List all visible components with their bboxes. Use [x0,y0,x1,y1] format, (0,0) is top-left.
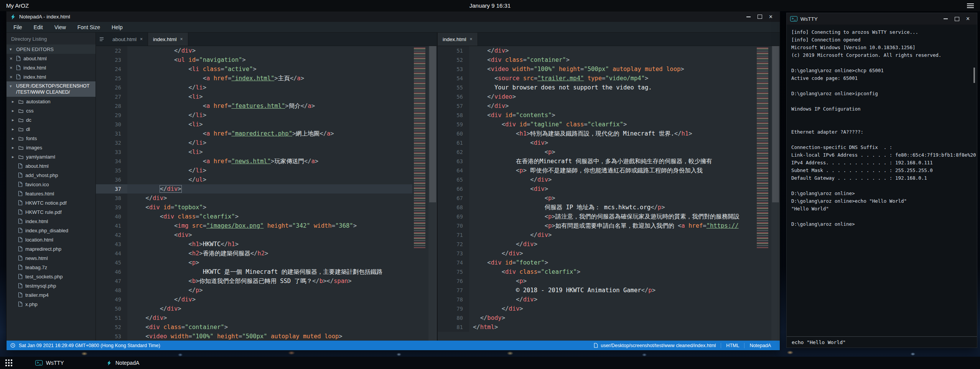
tree-file-item[interactable]: favicon.ico [7,180,96,189]
tree-file-item[interactable]: teabag.7z [7,263,96,272]
tree-folder-item[interactable]: ▸dl [7,124,96,134]
line-number: 65 [438,175,469,184]
close-icon[interactable]: × [10,74,13,80]
minimap[interactable] [412,46,428,341]
close-button[interactable]: × [962,14,973,24]
tree-file-item[interactable]: features.html [7,189,96,198]
terminal-line: Default Gateway . . . . . . . . . : 192.… [791,174,972,182]
code-line: 73 </div> [438,249,780,258]
code-line: 23 <ul id="navigation"> [96,55,437,65]
code-line: 37 </div> [96,184,437,194]
code-line: 66 <div> [438,184,780,194]
scrollbar[interactable] [428,46,437,341]
taskbar-item-notepada[interactable]: NotepadA [102,357,173,369]
terminal-input[interactable]: echo "Hello World" [787,336,977,347]
code-line: 42 <div> [96,230,437,240]
code-line: 63 在香港的Minecraft 伺服器中，多為小遊戲和純生存的伺服器，較少擁有 [438,157,780,166]
tree-file-item[interactable]: index.php_disabled [7,226,96,235]
menubar: File Edit View Font Size Help [7,22,780,33]
notepada-titlebar[interactable]: NotepadA - index.html × [7,12,780,22]
tree-file-item[interactable]: add_vhost.php [7,170,96,180]
tab-label: index.html [153,36,177,42]
close-icon[interactable]: × [180,36,183,42]
directory-sidebar: Directory Listing ▾ OPEN EDITORS ×about.… [7,33,96,341]
tree-file-item[interactable]: x.php [7,300,96,309]
close-button[interactable]: × [765,12,776,22]
open-editor-item[interactable]: ×index.html [7,63,96,72]
tree-folder-item[interactable]: ▸css [7,106,96,115]
code-editor-right[interactable]: 51 </div>52 <div class="container">53 <v… [438,46,780,341]
code-line: 50 </div> [96,304,437,313]
open-editor-item[interactable]: ×index.html [7,72,96,81]
tree-file-item[interactable]: about.html [7,161,96,170]
scrollbar[interactable] [771,46,780,341]
terminal-output[interactable]: [info] Conencting to arozos WsTTY servic… [787,25,977,336]
file-icon [18,191,23,196]
status-language-mode[interactable]: HTML [721,343,744,348]
file-icon [18,228,23,233]
tree-file-item[interactable]: testmysql.php [7,281,96,290]
menu-view[interactable]: View [54,24,66,30]
tree-file-item[interactable]: trailer.mp4 [7,290,96,300]
aroz-brand[interactable]: My ArOZ [6,2,29,9]
tree-file-item[interactable]: HKWTC rule.pdf [7,207,96,217]
terminal-line: [info] Conencting to arozos WsTTY servic… [791,28,972,36]
hamburger-menu-icon[interactable] [967,3,974,8]
tree-file-item[interactable]: news.html [7,253,96,263]
scrollbar-thumb[interactable] [429,46,436,202]
menu-font-size[interactable]: Font Size [77,24,100,30]
close-icon[interactable]: × [10,65,13,71]
line-number: 53 [438,65,469,74]
code-line: 27 <li> [96,92,437,101]
open-editors-header[interactable]: ▾ OPEN EDITORS [7,45,96,54]
line-number: 37 [96,184,127,194]
tree-folder-item[interactable]: ▸yamlyamlaml [7,152,96,161]
menu-file[interactable]: File [13,24,22,30]
line-number: 66 [438,184,469,194]
scrollbar-thumb[interactable] [973,68,975,83]
maximize-button[interactable] [754,12,765,22]
tree-folder-item[interactable]: ▸images [7,143,96,152]
line-number: 40 [96,212,127,221]
tab-about-html[interactable]: about.html × [107,33,148,46]
code-line: 22 </div> [96,46,437,55]
tree-file-item[interactable]: location.html [7,235,96,244]
tree-file-item[interactable]: mapredirect.php [7,244,96,253]
tree-folder-item[interactable]: ▸dc [7,115,96,124]
file-icon [18,246,23,252]
code-editor-left[interactable]: 22 </div>23 <ul id="navigation">24 <li c… [96,46,437,341]
minimize-button[interactable] [743,12,754,22]
minimize-button[interactable] [940,14,951,24]
line-number: 47 [96,276,127,286]
menu-help[interactable]: Help [112,24,123,30]
tree-folder-item[interactable]: ▸fonts [7,134,96,143]
tree-file-item[interactable]: index.html [7,217,96,226]
close-icon[interactable]: × [470,36,473,42]
close-icon[interactable]: × [10,56,13,61]
file-list-icon[interactable] [96,33,107,46]
line-number: 22 [96,46,127,55]
tree-folder-item[interactable]: ▸autostation [7,97,96,106]
terminal-line: Link-local IPv6 Address . . . . . : fe80… [791,151,972,159]
scrollbar-thumb[interactable] [772,46,779,202]
code-line: 24 <li class="active"> [96,65,437,74]
terminal-line: D:\golang\aroz online>chcp 65001 [791,67,972,74]
open-editor-item[interactable]: ×about.html [7,54,96,63]
window-controls: × [940,14,973,24]
status-filepath[interactable]: user/Desktop/screenshot/test/www cleaned… [589,343,721,348]
tab-index-html[interactable]: index.html × [148,33,188,46]
workspace-root[interactable]: ▾ USER:/DESKTOP/SCREENSHOT /TEST/WWW CLE… [7,81,96,97]
line-number: 62 [438,147,469,157]
tree-file-item[interactable]: test_sockets.php [7,272,96,281]
tab-index-html[interactable]: index.html × [438,33,478,46]
close-icon[interactable]: × [140,36,143,42]
minimap[interactable] [755,46,771,341]
maximize-button[interactable] [951,14,962,24]
notepada-logo-icon [10,14,16,20]
tree-file-item[interactable]: HKWTC notice.pdf [7,198,96,207]
taskbar-item-wstty[interactable]: >_ WsTTY [31,357,102,369]
wstty-titlebar[interactable]: >_ WsTTY × [787,13,977,25]
menu-edit[interactable]: Edit [34,24,43,30]
line-number: 68 [438,203,469,212]
app-launcher-icon[interactable] [5,359,13,367]
